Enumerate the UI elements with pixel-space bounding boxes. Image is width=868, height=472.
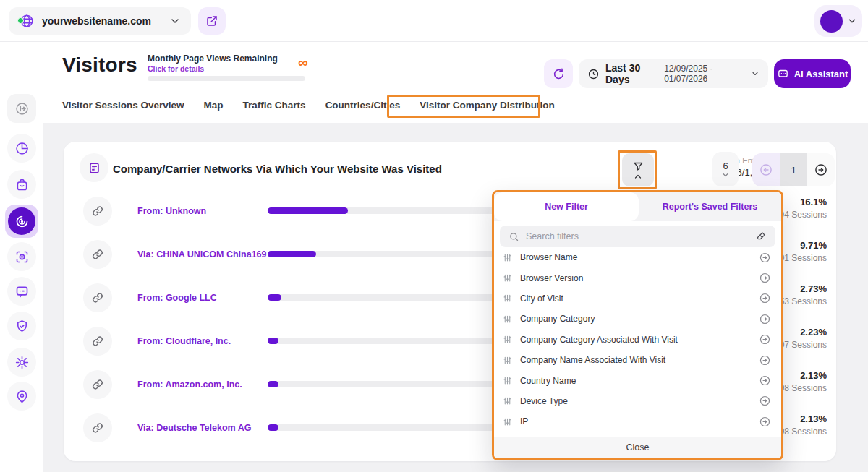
shown-entries-value: 1-6/1,009	[635, 167, 768, 178]
chevron-down-icon	[169, 15, 181, 27]
report-title: Company/Carrier Networks Via Which Your …	[113, 163, 442, 175]
focus-scan-icon	[14, 249, 30, 265]
tab-visitor-company-distribution[interactable]: Visitor Company Distribution	[420, 100, 555, 111]
sidebar-nav	[0, 42, 43, 472]
sliders-icon	[503, 293, 512, 303]
link-icon	[83, 240, 112, 269]
gear-icon	[14, 355, 30, 370]
sidebar-item-store[interactable]	[7, 170, 36, 199]
sidebar-item-chat[interactable]	[7, 277, 36, 306]
arrow-right-circle-icon[interactable]	[759, 252, 771, 264]
network-label[interactable]: From: Google LLC	[137, 293, 217, 303]
collapse-arrow-icon	[14, 101, 30, 116]
avatar	[820, 10, 843, 33]
tab-traffic-charts[interactable]: Traffic Charts	[243, 100, 306, 111]
sidebar-item-recordings[interactable]	[7, 242, 36, 271]
network-label[interactable]: From: Cloudflare, Inc.	[137, 336, 231, 346]
sliders-icon	[503, 376, 512, 385]
filter-search	[500, 226, 775, 247]
filter-item-label: Company Category	[520, 314, 751, 324]
filter-item-company-category[interactable]: Company Category	[494, 309, 781, 329]
eraser-icon[interactable]	[755, 231, 767, 242]
arrow-right-circle-icon[interactable]	[759, 272, 771, 284]
arrow-left-circle-icon	[759, 163, 773, 177]
link-icon	[83, 327, 112, 356]
map-pin-icon	[14, 389, 30, 404]
ai-assistant-label: AI Assistant	[794, 69, 848, 80]
sliders-icon	[503, 253, 512, 262]
report-tabs: Visitor Sessions Overview Map Traffic Ch…	[62, 100, 555, 111]
ai-chat-icon	[777, 68, 789, 80]
arrow-right-circle-icon[interactable]	[759, 395, 771, 407]
next-page-button[interactable]	[807, 153, 835, 186]
tab-new-filter[interactable]: New Filter	[494, 192, 639, 221]
arrow-right-circle-icon[interactable]	[759, 313, 771, 325]
tab-map[interactable]: Map	[204, 100, 224, 111]
account-menu[interactable]	[814, 5, 862, 37]
filter-item-label: City of Visit	[520, 293, 751, 304]
date-range-picker[interactable]: Last 30 Days 12/09/2025 - 01/07/2026	[579, 59, 768, 88]
sidebar-item-visitors-active[interactable]	[5, 205, 38, 238]
sidebar-item-geolocation[interactable]	[7, 382, 36, 411]
filter-item-label: Device Type	[520, 396, 751, 406]
open-website-button[interactable]	[198, 7, 226, 35]
filter-item-device-type[interactable]: Device Type	[494, 391, 781, 411]
infinity-icon: ∞	[298, 55, 308, 71]
network-label[interactable]: From: Amazon.com, Inc.	[137, 379, 242, 390]
arrow-right-circle-icon[interactable]	[759, 292, 771, 304]
report-icon-circle	[80, 153, 109, 182]
report-document-icon	[88, 161, 101, 175]
date-range-value: 12/09/2025 - 01/07/2026	[664, 64, 745, 84]
filter-item-country-name[interactable]: Country Name	[494, 370, 781, 390]
website-globe-icon	[19, 13, 35, 29]
arrow-right-circle-icon[interactable]	[759, 354, 771, 366]
refresh-button[interactable]	[544, 59, 573, 88]
sidebar-item-analytics[interactable]	[7, 134, 36, 163]
filter-item-company-name-associated[interactable]: Company Name Associated With Visit	[494, 350, 781, 370]
sidebar-item-collapse[interactable]	[7, 94, 36, 123]
prev-page-button[interactable]	[752, 153, 780, 186]
filter-item-city-of-visit[interactable]: City of Visit	[494, 288, 781, 309]
tab-reports-saved-filters[interactable]: Report's Saved Filters	[639, 192, 781, 221]
tab-countries-cities[interactable]: Countries/Cities	[326, 100, 401, 111]
arrow-right-circle-icon[interactable]	[759, 416, 771, 428]
website-name: yourwebsitename.com	[42, 15, 162, 27]
top-bar: yourwebsitename.com	[0, 0, 868, 42]
chevron-down-icon	[847, 16, 857, 26]
ai-assistant-button[interactable]: AI Assistant	[774, 59, 851, 88]
link-icon	[83, 370, 112, 399]
quota-progress-bar	[148, 76, 305, 81]
filter-panel: New Filter Report's Saved Filters Browse…	[492, 190, 783, 460]
filter-item-browser-name[interactable]: Browser Name	[494, 247, 781, 267]
close-button[interactable]: Close	[494, 437, 781, 458]
network-label[interactable]: From: Unknown	[137, 206, 206, 216]
filter-item-ip[interactable]: IP	[494, 411, 781, 432]
shown-entries: Shown Entries 1-6/1,009	[635, 156, 768, 178]
external-link-icon	[205, 14, 218, 27]
page-size-value: 6	[723, 160, 728, 171]
bag-icon	[14, 177, 30, 192]
sliders-icon	[503, 356, 512, 365]
filter-item-label: Company Name Associated With Visit	[520, 355, 751, 365]
quota-details-link[interactable]: Click for details	[148, 64, 204, 73]
app-window: yourwebsitename.com	[0, 0, 868, 472]
tab-visitor-sessions-overview[interactable]: Visitor Sessions Overview	[62, 100, 184, 111]
search-input[interactable]	[526, 231, 749, 241]
filter-item-browser-version[interactable]: Browser Version	[494, 267, 781, 288]
arrow-right-circle-icon[interactable]	[759, 333, 771, 346]
sliders-icon	[503, 417, 512, 426]
page-title: Visitors	[62, 53, 137, 77]
shown-entries-label: Shown Entries	[635, 156, 768, 165]
network-label[interactable]: Via: Deutsche Telekom AG	[137, 423, 251, 433]
sliders-icon	[503, 396, 512, 406]
arrow-right-circle-icon[interactable]	[759, 374, 771, 387]
filter-panel-tabs: New Filter Report's Saved Filters	[494, 192, 781, 221]
filter-item-label: IP	[520, 416, 751, 426]
arrow-right-circle-icon	[814, 163, 828, 177]
filter-item-company-category-associated[interactable]: Company Category Associated With Visit	[494, 330, 781, 350]
sidebar-item-settings[interactable]	[7, 348, 36, 377]
website-selector[interactable]: yourwebsitename.com	[9, 7, 191, 35]
sidebar-item-security[interactable]	[7, 312, 36, 340]
visitors-gauge-icon	[8, 207, 35, 235]
page-size-selector[interactable]: 6	[712, 152, 739, 186]
